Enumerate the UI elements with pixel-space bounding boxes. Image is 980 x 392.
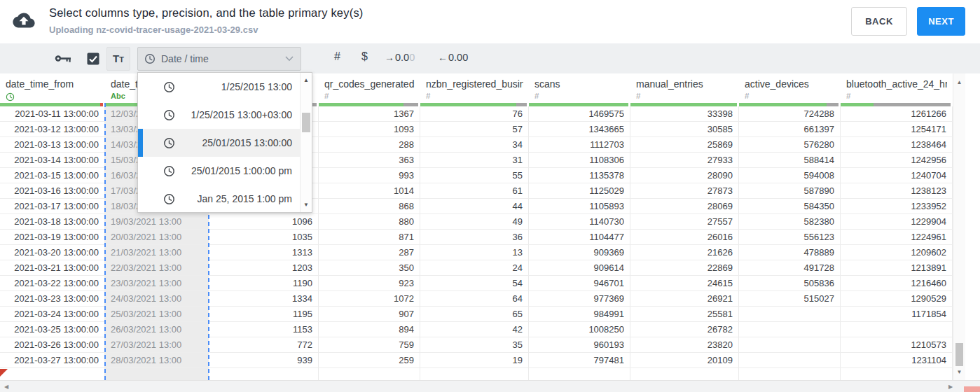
table-cell: 21/03/2021 13:00 (105, 245, 209, 260)
table-cell: 26921 (630, 291, 739, 307)
chevron-down-icon (285, 56, 294, 62)
table-cell: 22869 (630, 260, 739, 276)
include-column-checkbox[interactable] (87, 52, 99, 65)
table-cell: 21626 (630, 245, 739, 260)
table-cell: 907 (319, 307, 420, 322)
increase-decimal-button[interactable]: →0.00 (385, 52, 415, 63)
table-cell: 28/03/2021 13:00 (105, 353, 209, 368)
table-cell: 1238464 (841, 137, 953, 153)
table-cell: 1108306 (529, 153, 630, 168)
type-select-dropdown[interactable]: Date / time (137, 47, 301, 71)
table-cell: 1035 (209, 230, 319, 245)
column-header-name: nzbn_registered_busine (426, 78, 523, 92)
column-header-name: active_devices (745, 78, 835, 92)
table-cell: 1238123 (841, 183, 953, 199)
table-cell: 33398 (630, 106, 739, 122)
format-option[interactable]: 25/01/2015 13:00:00 (138, 129, 300, 157)
clock-icon (163, 193, 175, 205)
table-cell: 2021-03-20 13:00:00 (0, 245, 105, 260)
scroll-down-icon[interactable]: ▼ (953, 369, 965, 375)
scroll-up-icon[interactable]: ▲ (301, 77, 312, 83)
column-filler (630, 368, 739, 380)
decrease-decimal-button[interactable]: ←0.00 (438, 52, 468, 63)
table-cell: 350 (319, 260, 420, 276)
text-type-button[interactable]: TT (106, 47, 130, 71)
column-type-indicator: # (745, 92, 835, 102)
vertical-scroll-thumb[interactable] (955, 343, 963, 366)
format-option[interactable]: 1/25/2015 13:00+03:00 (138, 101, 300, 129)
currency-type-button[interactable]: $ (361, 50, 368, 63)
table-cell: 2021-03-17 13:00:00 (0, 199, 105, 214)
table-cell: 1290529 (841, 291, 953, 307)
table-cell: 363 (319, 153, 420, 168)
row-clip-marker (0, 369, 8, 377)
scroll-up-icon[interactable]: ▲ (953, 79, 965, 85)
table-cell: 1105893 (529, 199, 630, 214)
column-filler (420, 368, 529, 380)
column-qr_codes_generated: qr_codes_generated#136710932883639931014… (319, 74, 420, 380)
table-cell: 259 (319, 353, 420, 368)
table-cell: 27/03/2021 13:00 (105, 337, 209, 353)
table-cell: 977369 (529, 291, 630, 307)
table-cell: 26016 (630, 230, 739, 245)
clock-icon (6, 92, 15, 102)
dropdown-scrollbar[interactable]: ▲ ▼ (300, 73, 312, 212)
table-cell: 1153 (209, 322, 319, 337)
column-header-name: qr_codes_generated (324, 78, 415, 92)
table-cell: 1135378 (529, 168, 630, 183)
number-type-button[interactable]: # (334, 50, 340, 63)
format-option[interactable]: 25/01/2015 1:00:00 pm (138, 157, 300, 185)
table-cell: 24/03/2021 13:00 (105, 291, 209, 307)
column-header[interactable]: active_devices# (739, 74, 841, 103)
column-type-indicator: # (324, 92, 415, 102)
table-cell: 19 (420, 353, 529, 368)
column-header-name: scans (534, 78, 625, 92)
format-option-label: 25/01/2015 13:00:00 (175, 137, 300, 148)
table-cell: 759 (319, 337, 420, 353)
column-header[interactable]: manual_entries# (630, 74, 739, 103)
table-cell: 868 (319, 199, 420, 214)
column-header[interactable]: nzbn_registered_busine# (420, 74, 529, 103)
table-cell: 44 (420, 199, 529, 214)
table-cell: 478889 (739, 245, 841, 260)
column-type-indicator: # (846, 92, 947, 102)
table-cell: 25869 (630, 137, 739, 153)
table-cell: 1203 (209, 260, 319, 276)
table-cell: 2021-03-15 13:00:00 (0, 168, 105, 183)
table-cell: 2021-03-27 13:00:00 (0, 353, 105, 368)
column-header[interactable]: bluetooth_active_24_hr_# (841, 74, 953, 103)
horizontal-scroll-thumb[interactable] (964, 386, 980, 392)
cloud-upload-icon (13, 11, 35, 29)
format-option[interactable]: 1/25/2015 13:00 (138, 73, 300, 101)
table-cell: 909614 (529, 260, 630, 276)
table-cell (739, 353, 841, 368)
column-header[interactable]: date_time_from (0, 74, 105, 103)
scroll-left-icon[interactable]: ◀ (4, 384, 8, 390)
column-header[interactable]: scans# (529, 74, 630, 103)
table-cell: 25/03/2021 13:00 (105, 307, 209, 322)
format-option[interactable]: Jan 25, 2015 1:00 pm (138, 185, 300, 212)
format-option-label: 25/01/2015 1:00:00 pm (175, 165, 300, 176)
table-cell: 1104477 (529, 230, 630, 245)
column-filler (0, 368, 105, 380)
back-button[interactable]: BACK (851, 7, 907, 36)
table-cell: 1125029 (529, 183, 630, 199)
vertical-scrollbar[interactable]: ▲ ▼ (953, 74, 965, 380)
scroll-down-icon[interactable]: ▼ (301, 202, 312, 208)
next-button[interactable]: NEXT (917, 7, 965, 36)
table-cell: 993 (319, 168, 420, 183)
table-cell: 1093 (319, 122, 420, 137)
format-option-label: 1/25/2015 13:00+03:00 (175, 109, 300, 120)
dropdown-scroll-thumb[interactable] (302, 113, 310, 132)
table-cell: 49 (420, 214, 529, 230)
text-type-label: Abc (111, 92, 125, 100)
horizontal-scrollbar[interactable]: ◀ ▶ (0, 380, 980, 392)
primary-key-icon[interactable] (55, 54, 71, 63)
column-header-name: manual_entries (636, 78, 733, 92)
table-cell (739, 322, 841, 337)
scroll-right-icon[interactable]: ▶ (948, 384, 953, 390)
number-type-label: # (846, 92, 850, 100)
column-header[interactable]: qr_codes_generated# (319, 74, 420, 103)
table-cell: 1313 (209, 245, 319, 260)
table-cell (841, 322, 953, 337)
